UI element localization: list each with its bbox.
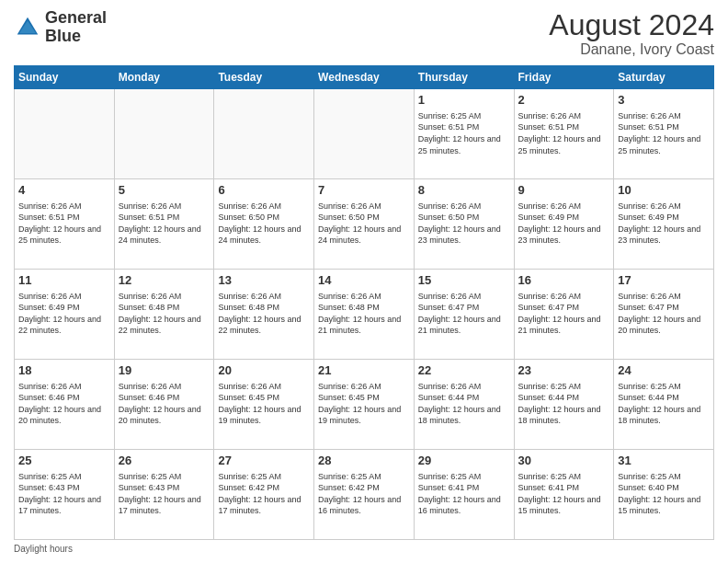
calendar-cell: 31Sunrise: 6:25 AM Sunset: 6:40 PM Dayli…	[614, 450, 714, 540]
calendar-cell: 14Sunrise: 6:26 AM Sunset: 6:48 PM Dayli…	[314, 270, 415, 360]
day-number: 18	[18, 362, 110, 379]
day-info: Sunrise: 6:25 AM Sunset: 6:43 PM Dayligh…	[119, 471, 210, 517]
day-number: 25	[18, 453, 110, 469]
day-info: Sunrise: 6:26 AM Sunset: 6:51 PM Dayligh…	[518, 110, 610, 156]
page: General Blue August 2024 Danane, Ivory C…	[0, 0, 728, 563]
logo: General Blue	[14, 9, 107, 46]
calendar-header-row: SundayMondayTuesdayWednesdayThursdayFrid…	[15, 66, 714, 89]
calendar-header-monday: Monday	[114, 66, 214, 89]
day-info: Sunrise: 6:25 AM Sunset: 6:44 PM Dayligh…	[518, 381, 610, 427]
calendar-week-2: 11Sunrise: 6:26 AM Sunset: 6:49 PM Dayli…	[15, 270, 714, 360]
logo-line2: Blue	[45, 28, 107, 46]
calendar-cell: 20Sunrise: 6:26 AM Sunset: 6:45 PM Dayli…	[214, 360, 314, 450]
calendar-week-0: 1Sunrise: 6:25 AM Sunset: 6:51 PM Daylig…	[15, 89, 714, 179]
day-number: 10	[618, 182, 710, 199]
day-info: Sunrise: 6:25 AM Sunset: 6:51 PM Dayligh…	[418, 110, 510, 156]
calendar-cell: 24Sunrise: 6:25 AM Sunset: 6:44 PM Dayli…	[614, 360, 714, 450]
calendar-cell: 3Sunrise: 6:26 AM Sunset: 6:51 PM Daylig…	[614, 89, 714, 179]
calendar-header-tuesday: Tuesday	[214, 66, 314, 89]
day-info: Sunrise: 6:26 AM Sunset: 6:51 PM Dayligh…	[18, 201, 110, 247]
calendar-cell	[114, 89, 214, 179]
day-info: Sunrise: 6:26 AM Sunset: 6:47 PM Dayligh…	[618, 291, 710, 337]
day-info: Sunrise: 6:25 AM Sunset: 6:42 PM Dayligh…	[318, 471, 410, 517]
calendar-week-1: 4Sunrise: 6:26 AM Sunset: 6:51 PM Daylig…	[15, 179, 714, 270]
day-info: Sunrise: 6:26 AM Sunset: 6:48 PM Dayligh…	[318, 291, 410, 337]
day-number: 21	[318, 362, 410, 379]
calendar-cell: 15Sunrise: 6:26 AM Sunset: 6:47 PM Dayli…	[414, 270, 514, 360]
day-info: Sunrise: 6:26 AM Sunset: 6:50 PM Dayligh…	[318, 201, 410, 247]
calendar-cell: 6Sunrise: 6:26 AM Sunset: 6:50 PM Daylig…	[214, 179, 314, 270]
day-number: 20	[218, 362, 310, 379]
calendar-cell: 25Sunrise: 6:25 AM Sunset: 6:43 PM Dayli…	[15, 450, 115, 540]
day-number: 27	[218, 453, 310, 469]
calendar-cell: 9Sunrise: 6:26 AM Sunset: 6:49 PM Daylig…	[514, 179, 614, 270]
footer-note: Daylight hours	[14, 544, 714, 554]
day-number: 16	[518, 272, 610, 289]
calendar-week-4: 25Sunrise: 6:25 AM Sunset: 6:43 PM Dayli…	[15, 450, 714, 540]
logo-line1: General	[45, 9, 107, 28]
day-number: 6	[218, 182, 310, 199]
day-number: 1	[418, 92, 510, 109]
calendar-cell: 16Sunrise: 6:26 AM Sunset: 6:47 PM Dayli…	[514, 270, 614, 360]
calendar-cell: 13Sunrise: 6:26 AM Sunset: 6:48 PM Dayli…	[214, 270, 314, 360]
day-info: Sunrise: 6:26 AM Sunset: 6:46 PM Dayligh…	[119, 381, 210, 427]
main-title: August 2024	[549, 9, 714, 41]
calendar-week-3: 18Sunrise: 6:26 AM Sunset: 6:46 PM Dayli…	[15, 360, 714, 450]
day-info: Sunrise: 6:26 AM Sunset: 6:44 PM Dayligh…	[418, 381, 510, 427]
calendar-cell: 1Sunrise: 6:25 AM Sunset: 6:51 PM Daylig…	[414, 89, 514, 179]
logo-icon	[14, 14, 41, 41]
calendar-header-saturday: Saturday	[614, 66, 714, 89]
sub-title: Danane, Ivory Coast	[549, 41, 714, 58]
calendar-header-friday: Friday	[514, 66, 614, 89]
day-number: 9	[518, 182, 610, 199]
day-info: Sunrise: 6:26 AM Sunset: 6:49 PM Dayligh…	[618, 201, 710, 247]
day-info: Sunrise: 6:26 AM Sunset: 6:50 PM Dayligh…	[218, 201, 310, 247]
calendar-cell: 27Sunrise: 6:25 AM Sunset: 6:42 PM Dayli…	[214, 450, 314, 540]
day-info: Sunrise: 6:26 AM Sunset: 6:51 PM Dayligh…	[119, 201, 210, 247]
day-number: 17	[618, 272, 710, 289]
calendar-header-wednesday: Wednesday	[314, 66, 415, 89]
day-number: 19	[119, 362, 210, 379]
logo-text: General Blue	[45, 9, 107, 46]
day-number: 13	[218, 272, 310, 289]
day-number: 5	[119, 182, 210, 199]
day-number: 14	[318, 272, 410, 289]
day-number: 12	[119, 272, 210, 289]
day-info: Sunrise: 6:26 AM Sunset: 6:51 PM Dayligh…	[618, 110, 710, 156]
calendar-cell: 26Sunrise: 6:25 AM Sunset: 6:43 PM Dayli…	[114, 450, 214, 540]
calendar-cell: 11Sunrise: 6:26 AM Sunset: 6:49 PM Dayli…	[15, 270, 115, 360]
day-info: Sunrise: 6:25 AM Sunset: 6:40 PM Dayligh…	[618, 471, 710, 517]
day-number: 3	[618, 92, 710, 109]
day-info: Sunrise: 6:26 AM Sunset: 6:46 PM Dayligh…	[18, 381, 110, 427]
day-number: 7	[318, 182, 410, 199]
calendar-cell: 7Sunrise: 6:26 AM Sunset: 6:50 PM Daylig…	[314, 179, 415, 270]
day-number: 24	[618, 362, 710, 379]
day-number: 23	[518, 362, 610, 379]
day-number: 4	[18, 182, 110, 199]
day-info: Sunrise: 6:26 AM Sunset: 6:47 PM Dayligh…	[518, 291, 610, 337]
calendar-cell: 8Sunrise: 6:26 AM Sunset: 6:50 PM Daylig…	[414, 179, 514, 270]
day-number: 31	[618, 453, 710, 469]
day-info: Sunrise: 6:26 AM Sunset: 6:47 PM Dayligh…	[418, 291, 510, 337]
calendar-cell: 12Sunrise: 6:26 AM Sunset: 6:48 PM Dayli…	[114, 270, 214, 360]
calendar-table: SundayMondayTuesdayWednesdayThursdayFrid…	[14, 65, 714, 540]
calendar-cell	[15, 89, 115, 179]
day-info: Sunrise: 6:26 AM Sunset: 6:45 PM Dayligh…	[218, 381, 310, 427]
day-number: 30	[518, 453, 610, 469]
calendar-cell: 10Sunrise: 6:26 AM Sunset: 6:49 PM Dayli…	[614, 179, 714, 270]
day-number: 28	[318, 453, 410, 469]
day-number: 15	[418, 272, 510, 289]
calendar-cell: 28Sunrise: 6:25 AM Sunset: 6:42 PM Dayli…	[314, 450, 415, 540]
day-number: 29	[418, 453, 510, 469]
day-number: 22	[418, 362, 510, 379]
day-info: Sunrise: 6:25 AM Sunset: 6:42 PM Dayligh…	[218, 471, 310, 517]
calendar-cell: 22Sunrise: 6:26 AM Sunset: 6:44 PM Dayli…	[414, 360, 514, 450]
calendar-cell: 2Sunrise: 6:26 AM Sunset: 6:51 PM Daylig…	[514, 89, 614, 179]
calendar-header-thursday: Thursday	[414, 66, 514, 89]
day-number: 8	[418, 182, 510, 199]
calendar-cell: 18Sunrise: 6:26 AM Sunset: 6:46 PM Dayli…	[15, 360, 115, 450]
calendar-cell	[214, 89, 314, 179]
calendar-cell: 17Sunrise: 6:26 AM Sunset: 6:47 PM Dayli…	[614, 270, 714, 360]
day-info: Sunrise: 6:25 AM Sunset: 6:41 PM Dayligh…	[418, 471, 510, 517]
day-info: Sunrise: 6:26 AM Sunset: 6:48 PM Dayligh…	[119, 291, 210, 337]
